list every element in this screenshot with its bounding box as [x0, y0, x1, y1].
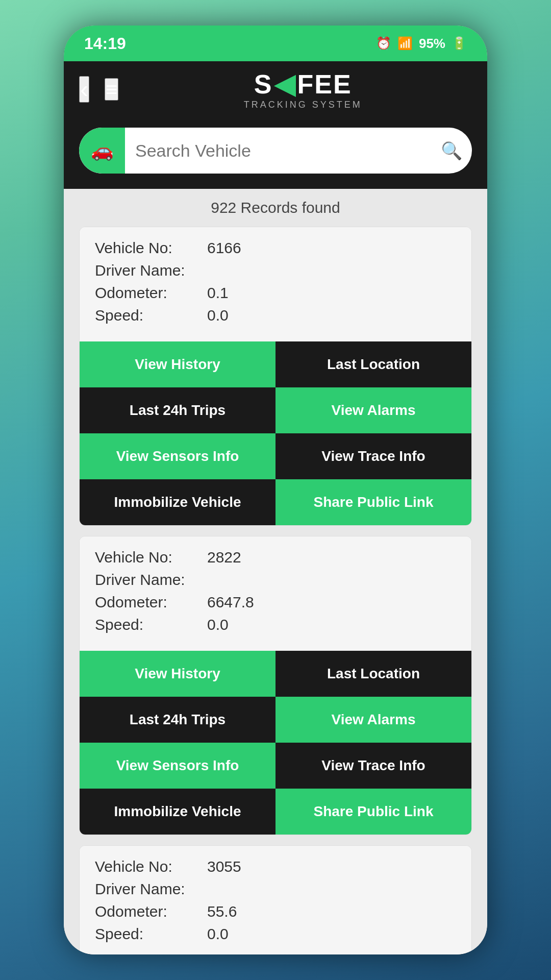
info-row: Vehicle No:6166	[95, 239, 456, 257]
records-count: 922 Records found	[64, 189, 487, 227]
status-icons: ⏰ 📶 95% 🔋	[376, 36, 467, 52]
logo-text: S ◀ FEE	[254, 69, 352, 100]
vehicle-info: Vehicle No:2822Driver Name:Odometer:6647…	[80, 536, 471, 651]
info-row: Odometer:55.6	[95, 903, 456, 920]
share-public-link-button[interactable]: Share Public Link	[276, 789, 471, 835]
back-button[interactable]: ‹	[79, 76, 89, 103]
app-logo: S ◀ FEE TRACKING SYSTEM	[134, 69, 472, 110]
info-row: Odometer:6647.8	[95, 594, 456, 611]
last-location-button[interactable]: Last Location	[276, 651, 471, 697]
view-trace-info-button[interactable]: View Trace Info	[276, 743, 471, 789]
vehicle-list: Vehicle No:6166Driver Name:Odometer:0.1S…	[64, 227, 487, 954]
info-value: 0.0	[207, 616, 229, 633]
menu-button[interactable]: ≡	[105, 78, 118, 101]
logo-arrow-icon: ◀	[274, 69, 295, 100]
view-alarms-button[interactable]: View Alarms	[276, 387, 471, 433]
alarm-icon: ⏰	[376, 36, 391, 51]
info-row: Odometer:0.1	[95, 284, 456, 302]
info-value: 3055	[207, 858, 241, 875]
view-history-button[interactable]: View History	[80, 341, 276, 387]
last-location-button[interactable]: Last Location	[276, 341, 471, 387]
info-value: 0.0	[207, 307, 229, 324]
vehicle-card: Vehicle No:2822Driver Name:Odometer:6647…	[79, 536, 472, 835]
info-row: Vehicle No:3055	[95, 858, 456, 875]
info-label: Speed:	[95, 616, 207, 633]
status-bar: 14:19 ⏰ 📶 95% 🔋	[64, 26, 487, 61]
info-value: 2822	[207, 549, 241, 566]
immobilize-vehicle-button[interactable]: Immobilize Vehicle	[80, 479, 276, 525]
info-row: Speed:0.0	[95, 307, 456, 324]
last-24h-trips-button[interactable]: Last 24h Trips	[80, 387, 276, 433]
phone-screen: 14:19 ⏰ 📶 95% 🔋 ‹ ≡ S ◀ FEE TRACKING SYS…	[64, 26, 487, 954]
info-value: 6647.8	[207, 594, 254, 611]
info-row: Vehicle No:2822	[95, 549, 456, 566]
info-label: Vehicle No:	[95, 549, 207, 566]
search-container: 🚗 🔍	[64, 117, 487, 189]
logo-fee: FEE	[297, 69, 352, 100]
info-label: Speed:	[95, 925, 207, 943]
info-label: Driver Name:	[95, 880, 207, 898]
main-content: 922 Records found Vehicle No:6166Driver …	[64, 189, 487, 954]
info-label: Driver Name:	[95, 571, 207, 589]
phone-shell: 14:19 ⏰ 📶 95% 🔋 ‹ ≡ S ◀ FEE TRACKING SYS…	[64, 26, 487, 954]
status-time: 14:19	[84, 34, 126, 53]
info-row: Speed:0.0	[95, 925, 456, 943]
info-value: 0.0	[207, 925, 229, 943]
info-row: Driver Name:	[95, 880, 456, 898]
immobilize-vehicle-button[interactable]: Immobilize Vehicle	[80, 789, 276, 835]
search-icon: 🔍	[441, 140, 462, 161]
view-sensors-info-button[interactable]: View Sensors Info	[80, 743, 276, 789]
vehicle-card: Vehicle No:3055Driver Name:Odometer:55.6…	[79, 845, 472, 954]
vehicle-card: Vehicle No:6166Driver Name:Odometer:0.1S…	[79, 227, 472, 526]
action-grid: View HistoryLast LocationLast 24h TripsV…	[80, 341, 471, 525]
last-24h-trips-button[interactable]: Last 24h Trips	[80, 697, 276, 743]
vehicle-info: Vehicle No:6166Driver Name:Odometer:0.1S…	[80, 227, 471, 341]
view-sensors-info-button[interactable]: View Sensors Info	[80, 433, 276, 479]
info-label: Odometer:	[95, 594, 207, 611]
info-label: Speed:	[95, 307, 207, 324]
info-label: Odometer:	[95, 903, 207, 920]
search-button[interactable]: 🔍	[431, 128, 472, 174]
info-label: Driver Name:	[95, 262, 207, 279]
search-bar: 🚗 🔍	[79, 128, 472, 174]
view-trace-info-button[interactable]: View Trace Info	[276, 433, 471, 479]
app-header: ‹ ≡ S ◀ FEE TRACKING SYSTEM	[64, 61, 487, 117]
logo-subtitle: TRACKING SYSTEM	[244, 100, 362, 110]
view-history-button[interactable]: View History	[80, 651, 276, 697]
info-label: Vehicle No:	[95, 239, 207, 257]
info-label: Odometer:	[95, 284, 207, 302]
logo-s: S	[254, 69, 273, 100]
info-label: Vehicle No:	[95, 858, 207, 875]
battery-indicator: 95%	[419, 36, 445, 52]
vehicle-info: Vehicle No:3055Driver Name:Odometer:55.6…	[80, 846, 471, 954]
action-grid: View HistoryLast LocationLast 24h TripsV…	[80, 651, 471, 835]
info-row: Driver Name:	[95, 571, 456, 589]
wifi-icon: 📶	[397, 36, 413, 51]
info-value: 55.6	[207, 903, 237, 920]
battery-icon: 🔋	[452, 36, 467, 51]
info-row: Driver Name:	[95, 262, 456, 279]
search-car-bg: 🚗	[79, 128, 125, 174]
info-value: 0.1	[207, 284, 229, 302]
search-input[interactable]	[125, 141, 431, 161]
car-icon: 🚗	[91, 140, 114, 161]
share-public-link-button[interactable]: Share Public Link	[276, 479, 471, 525]
info-value: 6166	[207, 239, 241, 257]
view-alarms-button[interactable]: View Alarms	[276, 697, 471, 743]
info-row: Speed:0.0	[95, 616, 456, 633]
